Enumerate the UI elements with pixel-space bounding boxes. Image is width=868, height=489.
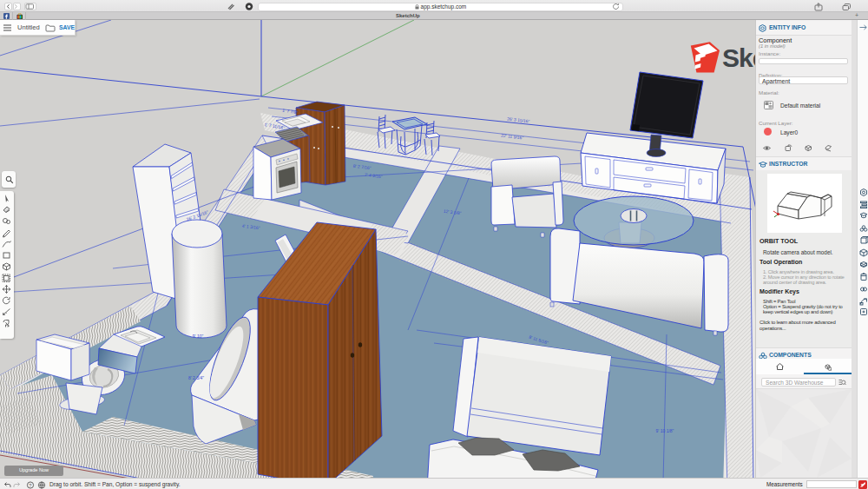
svg-text:?: ? bbox=[29, 482, 31, 487]
svg-text:9' 10": 9' 10" bbox=[193, 334, 204, 339]
svg-text:9' 10 1/8": 9' 10 1/8" bbox=[656, 428, 674, 433]
svg-text:8' 2 3/4": 8' 2 3/4" bbox=[188, 375, 204, 380]
